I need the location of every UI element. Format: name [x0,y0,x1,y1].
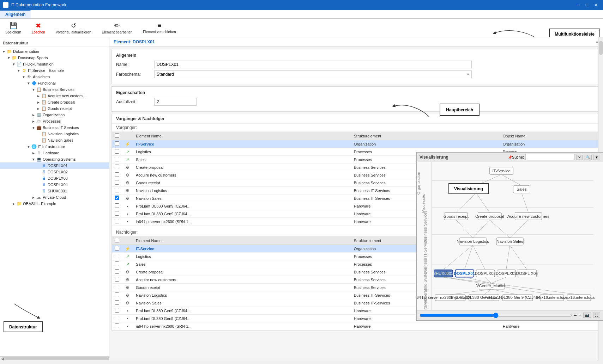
allgemein-title: Allgemein [116,53,596,58]
viz-search-input[interactable] [525,154,575,160]
row-checkbox[interactable] [115,285,119,289]
viz-pin-button[interactable]: 📌 [508,155,512,159]
row-checkbox[interactable] [115,196,119,200]
tree-item-docusnap-sports[interactable]: ▼ 📁 Docusnap Sports [0,55,109,61]
expander[interactable]: ▼ [1,50,6,54]
expander[interactable]: ▼ [21,75,26,79]
tree-item-nav-sales[interactable]: 📋 Navision Sales [0,137,109,143]
minimize-button[interactable]: ─ [573,2,582,8]
viz-zoom-plus[interactable]: + [579,313,581,318]
vorgaenger-col-obj: Objekt Name [500,132,601,140]
expander[interactable]: ► [31,151,36,155]
row-checkbox[interactable] [115,292,119,297]
expander[interactable]: ▼ [6,56,11,60]
tree-item-private-cloud[interactable]: ► ☁ Private Cloud [0,194,109,200]
tree-item-processes[interactable]: ► ⚙ Processes [0,118,109,124]
element-header: Element: DOSPLX01 ▲ [109,37,603,47]
vorgaenger-select-all[interactable] [115,133,119,138]
tree-item-business-it-services[interactable]: ▼ 💼 Business IT-Services [0,124,109,131]
viz-search-button[interactable]: 🔍 [584,155,592,160]
row-checkbox[interactable] [115,149,119,154]
row-checkbox[interactable] [115,188,119,192]
expander[interactable]: ▼ [16,69,21,73]
tree-item-it-infrastructure[interactable]: ▼ 🌐 IT-Infrastructure [0,143,109,150]
tree-item-ansichten[interactable]: ▼ 👁 Ansichten [0,74,109,80]
row-checkbox[interactable] [115,180,119,185]
row-checkbox[interactable] [115,219,119,223]
row-checkbox[interactable] [115,261,119,266]
row-checkbox[interactable] [115,203,119,208]
tree-item-it-doku[interactable]: ▼ 📄 IT-Dokumentation [0,61,109,67]
tree-item-it-service-example[interactable]: ▼ ⚙ IT Service - Example [0,67,109,74]
viz-clear-button[interactable]: ✕ [576,155,583,160]
expander[interactable]: ► [31,113,36,117]
name-input[interactable] [154,61,472,68]
row-checkbox[interactable] [115,277,119,282]
svg-text:VCenter_Munich: VCenter_Munich [476,284,506,288]
expander[interactable]: ► [31,119,36,123]
row-checkbox[interactable] [115,323,119,328]
os-icon: 💻 [36,156,42,162]
expander[interactable]: ► [36,100,41,104]
vorgaenger-row[interactable]: ⚡ IT-Service Organization Organisation [112,140,601,148]
tree-item-operating-systems[interactable]: ▼ 💻 Operating Systems [0,156,109,162]
tree-item-organization[interactable]: ► 🏢 Organization [0,112,109,118]
row-icon: ▪ [122,315,133,322]
tree-item-business-services[interactable]: ▼ 📋 Business Services [0,86,109,93]
row-checkbox[interactable] [115,269,119,274]
row-checkbox[interactable] [115,300,119,305]
expander[interactable]: ▼ [31,88,36,92]
viz-export-button[interactable]: 📷 [583,313,591,318]
nachfolger-select-all[interactable] [115,238,119,242]
expander[interactable]: ▼ [31,158,36,161]
expander[interactable]: ▼ [31,126,36,130]
scrollbar-thumb[interactable] [1,357,109,360]
preview-button[interactable]: ↺ Vorschau aktualisieren [53,21,94,35]
tree-item-functional[interactable]: ▼ 🔷 Functional [0,80,109,86]
expander[interactable]: ▼ [26,81,31,85]
move-button[interactable]: ≡ Element verschieben [140,21,178,35]
horizontal-scrollbar[interactable]: ▶ ◀ [0,356,109,360]
row-checkbox[interactable] [115,211,119,216]
viz-zoom-slider[interactable] [420,313,572,318]
expander[interactable]: ► [36,107,41,111]
tree-item-obashi[interactable]: ► 📁 OBASHI - Example [0,200,109,207]
expander[interactable]: ▼ [11,62,16,66]
expander[interactable]: ► [31,196,36,199]
tree-item-shux0001[interactable]: 🖥 SHUX0001 [0,188,109,194]
row-checkbox[interactable] [115,141,119,146]
tree-item-dosplx03[interactable]: 🖥 DOSPLX03 [0,175,109,181]
tree-item-dokumentation[interactable]: ▼ 📁 Dokumentation [0,48,109,55]
viz-fit-button[interactable]: ⛶ [593,313,600,318]
row-checkbox[interactable] [115,316,119,320]
row-checkbox[interactable] [115,172,119,177]
edit-button[interactable]: ✏ Element bearbeiten [99,21,135,35]
expander[interactable]: ► [36,94,41,98]
close-button[interactable]: ✕ [592,2,600,8]
tree-item-create-proposal[interactable]: ► 📋 Create proposal [0,99,109,105]
ribbon-tab-allgemein[interactable]: Allgemein [0,10,31,18]
scrollbar-thumb-v[interactable] [599,41,603,55]
row-checkbox[interactable] [115,254,119,258]
expander[interactable]: ▼ [26,145,31,149]
tree-item-hardware[interactable]: ► 🖥 Hardware [0,150,109,156]
viz-filter-button[interactable]: ▼ [593,155,600,160]
row-checkbox[interactable] [115,308,119,313]
ausfallzeit-input[interactable] [154,98,197,106]
row-checkbox[interactable] [115,246,119,251]
delete-button[interactable]: ✖ Löschen [29,21,48,35]
farbschema-select[interactable]: Standard [154,70,472,78]
tree-item-nav-logistics[interactable]: 📋 Navision Logistics [0,131,109,137]
row-checkbox[interactable] [115,157,119,161]
tree-item-dosplx02[interactable]: 🖥 DOSPLX02 [0,169,109,175]
save-button[interactable]: 💾 Speichern [3,21,24,35]
tree-item-goods-receipt[interactable]: ► 📋 Goods receipt [0,105,109,112]
tree-item-dosplx01[interactable]: 🖥 DOSPLX01 [0,162,109,169]
tree-item-acquire[interactable]: ► 📋 Acquire new custom... [0,93,109,99]
tree-item-dosplx04[interactable]: 🖥 DOSPLX04 [0,181,109,188]
expander[interactable]: ► [11,202,16,206]
nachfolger-row[interactable]: ▪ ia64 hp server nx2600 (SRN-1... Hardwa… [112,322,601,330]
viz-zoom-minus[interactable]: – [574,313,577,318]
row-checkbox[interactable] [115,165,119,169]
restore-button[interactable]: □ [583,2,591,8]
